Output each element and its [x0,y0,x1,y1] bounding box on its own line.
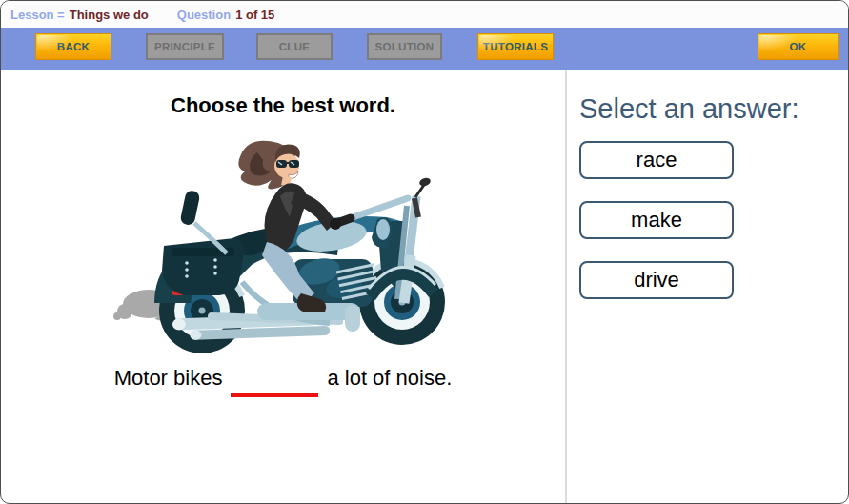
quiz-window: Lesson = Things we do Question 1 of 15 B… [0,0,849,504]
ok-button[interactable]: OK [758,33,839,60]
back-button[interactable]: BACK [35,33,111,60]
question-counter: 1 of 15 [235,8,274,22]
answer-option-make[interactable]: make [579,201,734,239]
motorcycle-rider-svg [99,130,501,358]
answer-option-drive[interactable]: drive [579,261,734,299]
toolbar: BACK PRINCIPLE CLUE SOLUTION TUTORIALS O… [1,28,848,70]
question-panel: Choose the best word. [1,70,567,503]
answer-option-race[interactable]: race [579,141,734,179]
answers-panel: Select an answer: race make drive [567,70,848,503]
sentence-after-blank: a lot of noise. [327,366,452,391]
answer-blank-underline [231,377,318,397]
tutorials-button[interactable]: TUTORIALS [477,33,554,60]
answers-heading: Select an answer: [579,93,848,125]
sentence-before-blank: Motor bikes [114,366,223,391]
question-heading: Choose the best word. [1,93,565,118]
solution-button[interactable]: SOLUTION [367,33,442,60]
fill-in-sentence: Motor bikes a lot of noise. [1,366,565,391]
clue-button[interactable]: CLUE [256,33,333,60]
question-label: Question [177,8,231,22]
content-area: Choose the best word. [1,70,848,503]
motorcycle-rider-illustration [99,130,501,358]
lesson-name: Things we do [70,8,149,22]
status-bar: Lesson = Things we do Question 1 of 15 [1,1,848,28]
lesson-label: Lesson = [10,8,65,22]
principle-button[interactable]: PRINCIPLE [146,33,224,60]
